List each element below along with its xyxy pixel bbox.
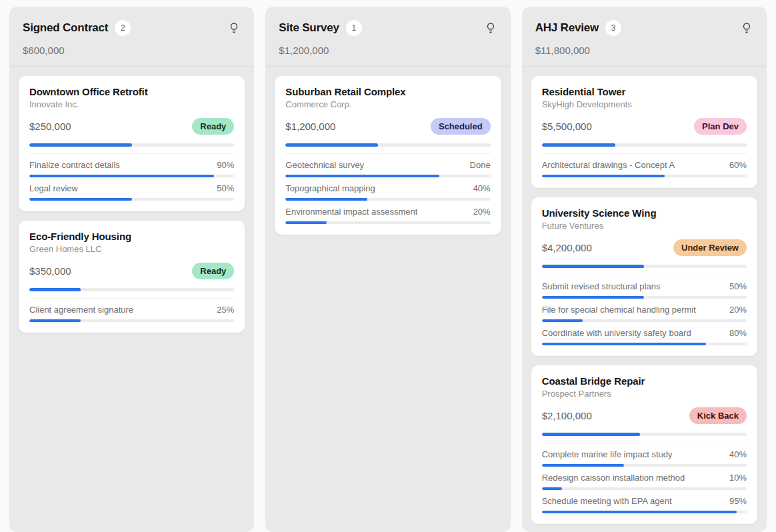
task-label: Client agreement signature xyxy=(29,305,133,315)
task-list: Complete marine life impact study 40% Re… xyxy=(542,443,747,513)
column-total: $11,800,000 xyxy=(535,45,753,56)
column-header: Site Survey 1 $1,200,000 xyxy=(265,7,510,67)
card-title: Suburban Retail Complex xyxy=(285,86,490,97)
deal-progress-bar xyxy=(542,143,747,147)
task-row: Geotechnical survey Done xyxy=(285,154,490,177)
task-row: Schedule meeting with EPA agent 95% xyxy=(542,490,747,513)
deal-progress-fill xyxy=(285,143,377,147)
column-count-badge: 2 xyxy=(115,20,131,36)
status-badge: Kick Back xyxy=(689,407,747,424)
card-title: Eco-Friendly Housing xyxy=(29,231,234,242)
card-title: Downtown Office Retrofit xyxy=(29,86,234,97)
task-label: Topographical mapping xyxy=(285,183,375,193)
task-value: 20% xyxy=(729,305,747,315)
card-value: $1,200,000 xyxy=(285,121,335,132)
lightbulb-icon[interactable] xyxy=(740,21,753,35)
task-row: Finalize contract details 90% xyxy=(29,154,234,177)
task-label: Coordinate with university safety board xyxy=(542,328,691,338)
task-progress-fill xyxy=(542,343,706,345)
card-value: $2,100,000 xyxy=(542,410,592,421)
deal-card[interactable]: Coastal Bridge Repair Prospect Partners … xyxy=(531,365,757,524)
column-title-row: AHJ Review 3 xyxy=(535,20,753,36)
column-body: Residential Tower SkyHigh Developments $… xyxy=(522,67,767,532)
task-list: Submit revised structural plans 50% File… xyxy=(542,275,747,345)
task-label: Environmental impact assessment xyxy=(285,207,417,217)
task-list: Client agreement signature 25% xyxy=(29,298,234,322)
card-company: Prospect Partners xyxy=(542,389,747,399)
lightbulb-icon[interactable] xyxy=(227,21,241,35)
column-title: Site Survey xyxy=(279,21,339,35)
task-progress-bar xyxy=(29,319,234,322)
card-company: SkyHigh Developments xyxy=(542,99,747,109)
deal-card[interactable]: Eco-Friendly Housing Green Homes LLC $35… xyxy=(19,221,245,333)
card-company: Green Homes LLC xyxy=(29,244,234,254)
column-site-survey: Site Survey 1 $1,200,000 Suburban Retail… xyxy=(265,7,510,532)
task-list: Architectural drawings - Concept A 60% xyxy=(542,153,747,177)
deal-progress-fill xyxy=(542,433,641,436)
task-progress-fill xyxy=(542,175,665,177)
card-company: Future Ventures xyxy=(542,221,747,231)
card-company: Innovate Inc. xyxy=(29,99,234,109)
card-value-row: $1,200,000 Scheduled xyxy=(285,118,490,135)
deal-card[interactable]: Residential Tower SkyHigh Developments $… xyxy=(531,76,757,188)
card-company: Commerce Corp. xyxy=(285,99,490,109)
task-label: Complete marine life impact study xyxy=(542,449,673,459)
column-header: AHJ Review 3 $11,800,000 xyxy=(522,7,767,67)
card-value-row: $2,100,000 Kick Back xyxy=(542,407,747,424)
task-value: 20% xyxy=(473,207,491,217)
task-label: Schedule meeting with EPA agent xyxy=(542,496,672,506)
deal-progress-bar xyxy=(29,143,234,147)
status-badge: Under Review xyxy=(673,239,747,256)
task-progress-fill xyxy=(29,319,81,322)
column-body: Suburban Retail Complex Commerce Corp. $… xyxy=(265,67,510,244)
card-value-row: $250,000 Ready xyxy=(29,118,234,135)
task-label: Architectural drawings - Concept A xyxy=(542,160,675,170)
status-badge: Plan Dev xyxy=(694,118,747,135)
task-progress-bar xyxy=(29,198,234,201)
deal-progress-fill xyxy=(29,143,132,147)
deal-card[interactable]: University Science Wing Future Ventures … xyxy=(531,197,757,356)
task-progress-fill xyxy=(285,221,326,224)
column-title-row: Signed Contract 2 xyxy=(23,20,241,36)
card-value-row: $350,000 Ready xyxy=(29,263,234,279)
task-row: Submit revised structural plans 50% xyxy=(542,275,747,299)
task-progress-bar xyxy=(542,343,747,345)
task-label: Redesign caisson installation method xyxy=(542,473,685,483)
task-row: Coordinate with university safety board … xyxy=(542,322,747,345)
deal-card[interactable]: Suburban Retail Complex Commerce Corp. $… xyxy=(275,76,501,235)
task-list: Finalize contract details 90% Legal revi… xyxy=(29,153,234,201)
kanban-board: Signed Contract 2 $600,000 Downtown Offi… xyxy=(0,0,776,532)
card-title: University Science Wing xyxy=(542,207,747,219)
task-value: 90% xyxy=(217,160,234,170)
task-value: 25% xyxy=(217,305,234,315)
deal-progress-fill xyxy=(29,288,81,291)
card-value-row: $5,500,000 Plan Dev xyxy=(542,118,747,135)
column-signed-contract: Signed Contract 2 $600,000 Downtown Offi… xyxy=(9,7,254,532)
task-value: 10% xyxy=(729,473,747,483)
task-value: Done xyxy=(470,160,491,170)
task-value: 80% xyxy=(729,328,747,338)
card-value-row: $4,200,000 Under Review xyxy=(542,239,747,256)
deal-progress-bar xyxy=(29,288,234,291)
card-value: $350,000 xyxy=(29,265,71,277)
card-value: $250,000 xyxy=(29,121,71,132)
task-row: Complete marine life impact study 40% xyxy=(542,443,747,467)
task-list: Geotechnical survey Done Topographical m… xyxy=(285,153,490,224)
deal-progress-bar xyxy=(285,143,490,147)
task-value: 50% xyxy=(729,281,747,291)
task-value: 60% xyxy=(729,160,747,170)
column-count-badge: 1 xyxy=(346,20,362,36)
task-row: Redesign caisson installation method 10% xyxy=(542,467,747,490)
task-progress-fill xyxy=(29,198,132,201)
task-progress-bar xyxy=(285,221,490,224)
task-value: 95% xyxy=(729,496,747,506)
column-title: Signed Contract xyxy=(23,21,108,35)
task-progress-bar xyxy=(542,175,747,177)
task-progress-bar xyxy=(542,511,747,513)
lightbulb-icon[interactable] xyxy=(484,21,497,35)
status-badge: Scheduled xyxy=(431,118,491,135)
card-title: Coastal Bridge Repair xyxy=(542,375,747,387)
deal-card[interactable]: Downtown Office Retrofit Innovate Inc. $… xyxy=(19,76,245,211)
card-value: $4,200,000 xyxy=(542,242,592,253)
deal-progress-fill xyxy=(542,143,616,147)
